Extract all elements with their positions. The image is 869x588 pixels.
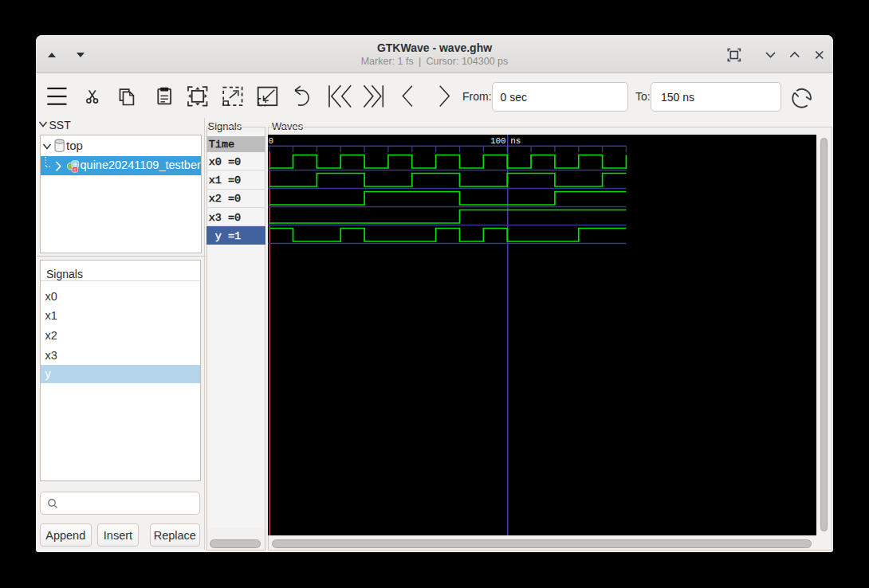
svg-text:100: 100 [490, 136, 506, 146]
svg-text:ns: ns [510, 136, 521, 146]
svg-text:0: 0 [269, 136, 274, 146]
